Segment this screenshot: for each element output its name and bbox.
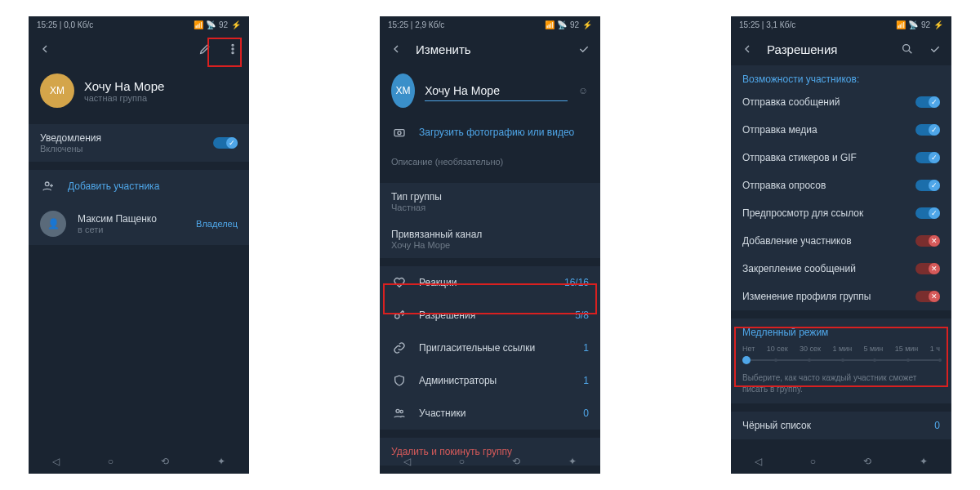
svg-point-6 [395, 314, 399, 318]
toggle[interactable] [915, 263, 940, 274]
members-row[interactable]: Участники0 [380, 397, 600, 430]
admins-row[interactable]: Администраторы1 [380, 364, 600, 397]
shield-icon [391, 372, 408, 389]
svg-point-8 [400, 410, 403, 412]
back-icon[interactable] [739, 41, 755, 57]
perm-send-messages[interactable]: Отправка сообщений [731, 88, 951, 116]
invites-row[interactable]: Пригласительные ссылки1 [380, 332, 600, 364]
svg-point-7 [396, 409, 399, 412]
group-type: частная группа [84, 93, 164, 103]
svg-point-5 [398, 131, 401, 135]
header: Разрешения [731, 33, 951, 65]
member-row[interactable]: 👤 Максим Пащенков сети Владелец [29, 203, 249, 245]
add-user-icon [40, 178, 56, 194]
highlight-slowmode [734, 327, 948, 387]
toggle[interactable] [915, 180, 940, 191]
emoji-icon[interactable]: ☺ [577, 82, 589, 99]
toggle[interactable] [915, 96, 940, 108]
screen-permissions: 15:25 | 3,1 Кб/с 📶 📡 92⚡ Разрешения Возм… [731, 16, 951, 474]
toggle[interactable] [915, 235, 940, 247]
perm-edit-profile[interactable]: Изменение профиля группы [731, 283, 951, 310]
android-navbar[interactable]: ◁○⟲✦ [380, 449, 600, 474]
camera-icon [391, 124, 408, 140]
capabilities-header: Возможности участников: [731, 65, 951, 88]
screen-edit: 15:25 | 2,9 Кб/с 📶 📡 92⚡ Изменить ХМ ☺ З… [380, 16, 600, 474]
perm-pin-messages[interactable]: Закрепление сообщений [731, 255, 951, 283]
android-navbar[interactable]: ◁○⟲✦ [29, 449, 249, 474]
users-icon [391, 405, 408, 421]
screen-group-info: 15:25 | 0,0 Кб/с 📶 📡 92⚡ ХМ Хочу На Море… [29, 16, 249, 474]
perm-send-media[interactable]: Отправка медиа [731, 116, 951, 144]
description-row[interactable]: Описание (необязательно) [380, 149, 600, 175]
back-icon[interactable] [388, 41, 404, 57]
check-icon[interactable] [927, 41, 943, 57]
toggle[interactable] [915, 291, 940, 302]
toggle[interactable] [915, 124, 940, 136]
status-bar: 15:25 | 3,1 Кб/с 📶 📡 92⚡ [731, 16, 951, 33]
svg-point-3 [45, 182, 49, 186]
add-member-row[interactable]: Добавить участника [29, 170, 249, 203]
highlight-permissions [383, 283, 597, 314]
name-input-row: ХМ ☺ [380, 65, 600, 116]
avatar: ХМ [40, 74, 74, 108]
member-avatar: 👤 [40, 211, 66, 237]
group-name: Хочу На Море [84, 79, 164, 93]
notifications-toggle[interactable] [213, 137, 238, 149]
perm-add-members[interactable]: Добавление участников [731, 227, 951, 255]
search-icon[interactable] [899, 41, 915, 57]
header: Изменить [380, 33, 600, 65]
avatar[interactable]: ХМ [391, 74, 415, 108]
check-icon[interactable] [576, 41, 592, 57]
perm-link-preview[interactable]: Предпросмотр для ссылок [731, 199, 951, 227]
group-header[interactable]: ХМ Хочу На Моречастная группа [29, 65, 249, 116]
link-icon [391, 340, 408, 356]
notifications-row[interactable]: УведомленияВключены [29, 124, 249, 162]
toggle[interactable] [915, 152, 940, 163]
linked-channel-row[interactable]: Привязанный каналХочу На Море [380, 220, 600, 258]
perm-send-polls[interactable]: Отправка опросов [731, 172, 951, 199]
android-navbar[interactable]: ◁○⟲✦ [731, 449, 951, 474]
back-icon[interactable] [37, 41, 53, 57]
toggle[interactable] [915, 207, 940, 219]
highlight-edit [207, 38, 242, 67]
svg-point-9 [903, 45, 910, 51]
perm-send-stickers[interactable]: Отправка стикеров и GIF [731, 144, 951, 172]
status-bar: 15:25 | 0,0 Кб/с 📶 📡 92⚡ [29, 16, 249, 33]
group-type-row[interactable]: Тип группыЧастная [380, 183, 600, 220]
status-bar: 15:25 | 2,9 Кб/с 📶 📡 92⚡ [380, 16, 600, 33]
blacklist-row[interactable]: Чёрный список0 [731, 412, 951, 439]
svg-rect-4 [394, 130, 404, 136]
upload-row[interactable]: Загрузить фотографию или видео [380, 116, 600, 149]
group-name-input[interactable] [425, 81, 568, 101]
